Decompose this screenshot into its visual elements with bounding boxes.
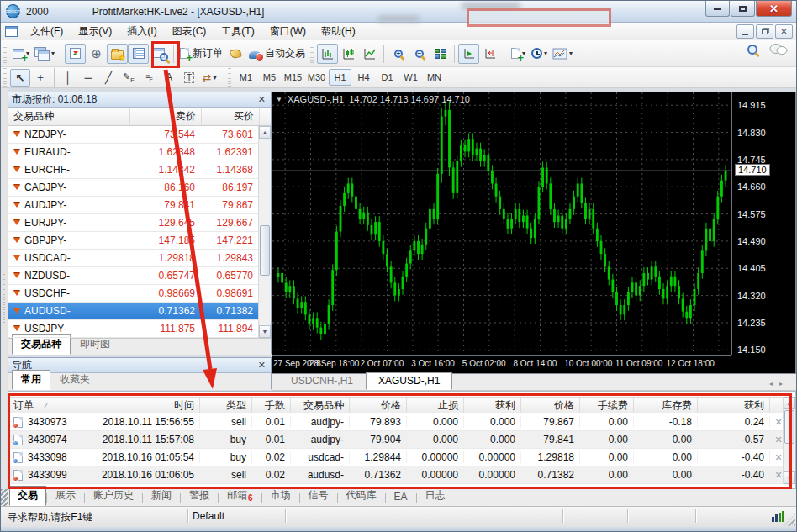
minimize-button[interactable]	[705, 1, 730, 17]
terminal-tab-EA[interactable]: EA	[386, 488, 416, 506]
market-watch-toggle[interactable]	[65, 44, 86, 64]
market-watch-row[interactable]: AUDJPY-79.84179.867	[8, 197, 271, 214]
order-row[interactable]: 34309732018.10.11 15:56:55sell0.01audjpy…	[8, 413, 795, 431]
order-row[interactable]: 34330982018.10.16 01:05:54buy0.02usdcad-…	[8, 449, 795, 466]
terminal-tab-交易[interactable]: 交易	[9, 486, 46, 506]
close-icon[interactable]: ✕	[256, 360, 267, 371]
toolbar-grip[interactable]	[3, 45, 7, 63]
toolbar-grip[interactable]	[310, 45, 314, 63]
terminal-tab-信号[interactable]: 信号	[300, 486, 337, 506]
orders-column-3[interactable]: 手数	[252, 398, 291, 413]
candlestick-chart-button[interactable]	[338, 44, 359, 64]
scroll-down-icon[interactable]: ▼	[784, 471, 795, 484]
timeframe-w1[interactable]: W1	[399, 69, 422, 86]
chart-tab-USDCNH-,H1[interactable]: USDCNH-,H1	[278, 372, 366, 390]
scroll-down-icon[interactable]: ▼	[259, 325, 271, 338]
market-watch-row[interactable]: EURAUD-1.623481.62391	[8, 144, 271, 161]
market-watch-row[interactable]: USDJPY-111.875111.894	[8, 320, 271, 338]
orders-column-9[interactable]: 手续费	[580, 398, 634, 413]
order-row[interactable]: 34330992018.10.16 01:06:05sell0.02audusd…	[8, 466, 795, 484]
market-watch-caption[interactable]: 市场报价: 01:06:18 ✕	[8, 92, 271, 108]
orders-column-2[interactable]: 类型	[200, 398, 252, 413]
toolbar-grip[interactable]	[228, 68, 231, 87]
data-window-button[interactable]: ⊕	[86, 44, 107, 64]
nav-tab-收藏夹[interactable]: 收藏夹	[50, 370, 99, 390]
chart-area[interactable]: 14.91514.83014.74514.66014.57514.49014.4…	[272, 92, 796, 374]
menu-item-6[interactable]: 帮助(H)	[314, 23, 363, 40]
search-icon[interactable]	[747, 45, 757, 55]
channel-tool[interactable]: ✎E	[119, 69, 139, 87]
timeframe-m1[interactable]: M1	[235, 69, 257, 86]
menu-item-5[interactable]: 窗口(W)	[262, 23, 314, 40]
indicators-button[interactable]: + ▾	[508, 44, 529, 64]
toolbar-grip[interactable]	[3, 68, 7, 87]
market-watch-scrollbar[interactable]: ▲▼	[258, 126, 271, 338]
menu-item-0[interactable]: 文件(F)	[23, 23, 71, 40]
terminal-tab-警报[interactable]: 警报	[181, 486, 218, 506]
mw-column-2[interactable]: 买价	[202, 108, 260, 125]
market-watch-row[interactable]: EURCHF-1.143421.14368	[8, 161, 271, 179]
market-watch-row[interactable]: NZDUSD-0.657470.65770	[8, 267, 271, 285]
nav-tab-常用[interactable]: 常用	[12, 370, 50, 390]
strategy-tester-button[interactable]	[149, 44, 170, 64]
periods-button[interactable]: ▾	[529, 44, 550, 64]
arrows-tool[interactable]: ⇄▾	[199, 69, 219, 87]
resize-grip[interactable]	[784, 514, 795, 526]
timeframe-m5[interactable]: M5	[258, 69, 281, 86]
scroll-up-icon[interactable]: ▲	[784, 397, 795, 409]
chart-symbol-dropdown-icon[interactable]: ▼	[276, 96, 282, 103]
mdi-close-button[interactable]: ✕	[775, 24, 793, 39]
order-row[interactable]: 34309742018.10.11 15:57:08buy0.01audjpy-…	[8, 431, 795, 449]
orders-column-5[interactable]: 价格	[350, 398, 407, 413]
tab-scroll-arrows[interactable]: ◂▸	[769, 380, 789, 387]
market-watch-row[interactable]: USDCAD-1.298181.29843	[8, 250, 271, 267]
timeframe-d1[interactable]: D1	[376, 69, 398, 86]
text-tool[interactable]: A	[159, 69, 179, 87]
text-label-tool[interactable]: T	[179, 69, 199, 87]
scroll-up-icon[interactable]: ▲	[259, 126, 271, 139]
mdi-restore-button[interactable]	[756, 24, 773, 39]
terminal-tab-市场[interactable]: 市场	[262, 486, 299, 506]
horizontal-line-tool[interactable]: ─	[78, 69, 98, 87]
chart-shift-button[interactable]	[479, 44, 500, 64]
orders-column-1[interactable]: 时间	[92, 398, 200, 413]
chat-icon[interactable]	[769, 43, 788, 56]
scroll-thumb[interactable]	[260, 225, 270, 276]
orders-column-11[interactable]: 获利	[698, 398, 770, 413]
line-chart-button[interactable]	[359, 44, 380, 64]
orders-column-0[interactable]: 订单∕	[8, 398, 92, 413]
orders-column-10[interactable]: 库存费	[634, 398, 698, 413]
templates-button[interactable]: ▾	[550, 44, 575, 64]
close-button[interactable]: ✕	[756, 1, 792, 17]
new-chart-button[interactable]: + ▾	[10, 44, 32, 64]
mw-column-0[interactable]: 交易品种	[8, 108, 130, 125]
status-profile[interactable]: Default	[193, 510, 224, 522]
cursor-tool[interactable]: ↖	[10, 69, 30, 87]
market-watch-row[interactable]: AUDUSD-0.713620.71382	[8, 303, 271, 320]
terminal-tab-展示[interactable]: 展示	[47, 486, 84, 506]
orders-column-6[interactable]: 止损	[407, 398, 464, 413]
terminal-tab-新闻[interactable]: 新闻	[143, 486, 180, 506]
zoom-in-button[interactable]: +	[388, 44, 409, 64]
market-watch-row[interactable]: CADJPY-86.16086.197	[8, 179, 271, 197]
menu-item-2[interactable]: 插入(I)	[119, 23, 164, 40]
profiles-button[interactable]: ▾	[32, 44, 57, 64]
terminal-tab-账户历史[interactable]: 账户历史	[85, 486, 142, 506]
market-watch-row[interactable]: USDCHF-0.986690.98691	[8, 285, 271, 303]
mw-column-1[interactable]: 卖价	[130, 108, 202, 125]
timeframe-m30[interactable]: M30	[305, 69, 328, 86]
mdi-minimize-button[interactable]	[736, 24, 754, 39]
timeframe-h1[interactable]: H1	[329, 69, 351, 86]
menu-item-3[interactable]: 图表(C)	[165, 23, 214, 40]
tile-windows-button[interactable]	[430, 44, 451, 64]
market-watch-row[interactable]: GBPJPY-147.185147.221	[8, 232, 271, 250]
terminal-scrollbar[interactable]: ▲▼	[783, 397, 795, 484]
terminal-tab-邮箱[interactable]: 邮箱6	[219, 486, 261, 506]
market-watch-row[interactable]: NZDJPY-73.54473.601	[8, 126, 271, 144]
chart-tab-XAGUSD-,H1[interactable]: XAGUSD-,H1	[366, 372, 452, 390]
crosshair-tool[interactable]: ＋	[30, 69, 50, 87]
menu-item-1[interactable]: 显示(V)	[71, 23, 119, 40]
orders-column-7[interactable]: 获利	[464, 398, 521, 413]
auto-scroll-button[interactable]	[458, 44, 479, 64]
timeframe-mn[interactable]: MN	[423, 69, 446, 86]
